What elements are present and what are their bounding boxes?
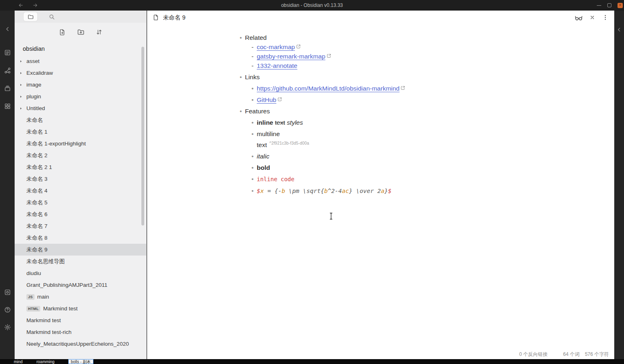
tree-item-label: 未命名 6: [26, 211, 48, 218]
text-segment: ac: [342, 188, 349, 194]
new-note-button[interactable]: [59, 29, 66, 36]
tree-item-label: Neely_MetacritiquesUpperEchelons_2020: [26, 341, 129, 347]
expand-right-sidebar-icon[interactable]: [615, 26, 623, 33]
history-back-icon[interactable]: [18, 2, 24, 8]
tree-item-label: 未命名 4: [26, 187, 48, 195]
minimize-button[interactable]: [597, 5, 601, 6]
note-link[interactable]: coc-markmap: [257, 43, 295, 50]
text-segment: bold: [257, 164, 270, 171]
tree-item-label: 未命名 2: [26, 152, 48, 159]
external-link-icon: [277, 95, 282, 104]
desktop-screen: obsidian - Obsidian v0.13.33 × obsidian …: [0, 0, 624, 364]
tree-file[interactable]: 未命名 1: [15, 126, 146, 138]
tree-file[interactable]: 未命名 2: [15, 150, 146, 161]
pane-header: 未命名 9: [147, 11, 614, 24]
tree-folder[interactable]: asset: [15, 55, 146, 67]
tree-file[interactable]: 未命名 9: [15, 244, 146, 256]
note-link[interactable]: GitHub: [257, 96, 276, 103]
file-tree: assetExcalidrawimagepluginUntitled未命名未命名…: [15, 55, 146, 350]
tree-file[interactable]: 未命名 2 1: [15, 161, 146, 173]
right-sidebar-strip: [614, 11, 624, 359]
tree-item-label: Untitled: [26, 105, 45, 111]
sidebar-tabs: [15, 11, 146, 23]
quick-switcher-icon[interactable]: [4, 49, 11, 56]
list-dash-marker: -: [251, 42, 254, 52]
collapse-arrow-icon: [19, 106, 23, 110]
window-controls: ×: [597, 0, 623, 11]
text-segment: ^2-4: [328, 188, 342, 194]
editor-line: •Features: [240, 106, 598, 116]
tree-file[interactable]: 未命名 1-exportHighlight: [15, 138, 146, 150]
list-bullet-marker: •: [251, 152, 254, 161]
tree-file[interactable]: 未命名思维导图: [15, 256, 146, 267]
tree-file[interactable]: 未命名: [15, 114, 146, 126]
maximize-button[interactable]: [607, 3, 611, 7]
collapse-arrow-icon: [19, 83, 23, 87]
taskbar-item[interactable]: bolls - 副本: [68, 359, 93, 364]
grid-plugin-icon[interactable]: [4, 102, 11, 110]
list-bullet-marker: •: [240, 33, 242, 42]
text-segment: $: [388, 188, 392, 194]
tree-file[interactable]: Grant_PublishingAMJPart3_2011: [15, 279, 146, 291]
text-segment: multiline: [257, 130, 280, 137]
collapse-left-sidebar-icon[interactable]: [4, 25, 11, 32]
editor-content[interactable]: •Related-coc-markmap-gatsby-remark-markm…: [147, 24, 614, 359]
editor-line: •$x = {-b \pm \sqrt{b^2-4ac} \over 2a}$: [251, 186, 598, 196]
history-forward-icon[interactable]: [32, 2, 38, 8]
note-link[interactable]: gatsby-remark-markmap: [257, 53, 325, 60]
tree-item-label: 未命名 5: [26, 199, 48, 206]
external-link-icon: [327, 51, 331, 61]
text-segment: }: [384, 188, 388, 194]
tree-file[interactable]: Neely_MetacritiquesUpperEchelons_2020: [15, 338, 146, 350]
close-pane-icon[interactable]: [589, 15, 595, 20]
close-button[interactable]: ×: [618, 3, 623, 8]
tree-folder[interactable]: plugin: [15, 91, 146, 102]
tree-file[interactable]: HTMLMarkmind test: [15, 303, 146, 314]
search-tab[interactable]: [45, 12, 58, 21]
tree-folder[interactable]: Excalidraw: [15, 67, 146, 79]
frame-plugin-icon[interactable]: [4, 288, 11, 296]
ribbon-top-icons: [4, 49, 11, 110]
new-folder-button[interactable]: [77, 28, 84, 36]
taskbar-item[interactable]: mind: [14, 360, 23, 364]
graph-view-icon[interactable]: [4, 67, 11, 74]
sort-button[interactable]: [96, 29, 102, 35]
note-link[interactable]: https://github.com/MarkMindLtd/obsidian-…: [257, 85, 399, 92]
reading-mode-icon[interactable]: [575, 14, 583, 22]
taskbar-item[interactable]: roamming: [37, 360, 54, 364]
text-segment: styles: [287, 119, 303, 126]
editor-line: -gatsby-remark-markmap: [251, 52, 598, 61]
tree-file[interactable]: 未命名 7: [15, 220, 146, 232]
list-dash-marker: -: [251, 61, 254, 70]
tree-file[interactable]: Markmind test-rich: [15, 326, 146, 338]
editor-line: •Links: [240, 72, 598, 82]
tree-folder[interactable]: image: [15, 79, 146, 91]
more-options-icon[interactable]: [602, 14, 609, 21]
editor-line: •https://github.com/MarkMindLtd/obsidian…: [251, 84, 598, 93]
tree-file[interactable]: 未命名 5: [15, 197, 146, 208]
note-link[interactable]: 1332-annotate: [257, 62, 297, 69]
tree-item-label: Grant_PublishingAMJPart3_2011: [26, 282, 107, 288]
help-icon[interactable]: [4, 306, 11, 313]
editor-line: •Related: [240, 33, 598, 42]
text-segment: \pm \sqrt{: [285, 188, 324, 194]
tree-file[interactable]: diudiu: [15, 267, 146, 279]
text-segment: Links: [245, 74, 260, 80]
settings-icon[interactable]: [4, 323, 11, 331]
tree-file[interactable]: 未命名 8: [15, 232, 146, 244]
sidebar-scrollbar[interactable]: [141, 47, 144, 225]
file-explorer-tab[interactable]: [24, 12, 37, 21]
tree-file[interactable]: 未命名 3: [15, 173, 146, 185]
tree-file[interactable]: 未命名 6: [15, 208, 146, 220]
tree-folder[interactable]: Untitled: [15, 102, 146, 114]
editor-line: •inline text styles: [251, 118, 598, 127]
tree-file[interactable]: Markmind test: [15, 314, 146, 326]
tree-file[interactable]: JSmain: [15, 291, 146, 303]
list-bullet-marker: •: [240, 106, 242, 116]
window-title: obsidian - Obsidian v0.13.33: [281, 2, 343, 8]
note-title: 未命名 9: [163, 14, 186, 22]
card-stack-icon[interactable]: [4, 84, 11, 92]
tree-item-label: Markmind test: [43, 306, 78, 312]
tree-file[interactable]: 未命名 4: [15, 185, 146, 197]
collapse-arrow-icon: [19, 95, 23, 98]
